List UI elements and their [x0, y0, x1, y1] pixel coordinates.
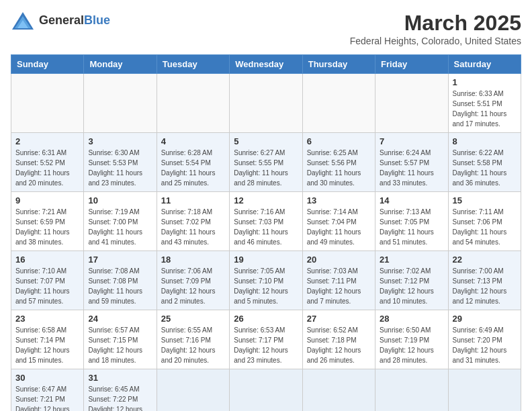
calendar-week-row: 9Sunrise: 7:21 AM Sunset: 6:59 PM Daylig…	[11, 192, 521, 251]
day-number: 3	[88, 136, 152, 146]
calendar-day-cell: 31Sunrise: 6:45 AM Sunset: 7:22 PM Dayli…	[84, 369, 157, 412]
calendar-day-cell: 10Sunrise: 7:19 AM Sunset: 7:00 PM Dayli…	[84, 192, 157, 251]
calendar-day-cell: 8Sunrise: 6:22 AM Sunset: 5:58 PM Daylig…	[448, 133, 521, 192]
day-number: 24	[88, 314, 152, 324]
calendar-day-cell: 11Sunrise: 7:18 AM Sunset: 7:02 PM Dayli…	[157, 192, 229, 251]
calendar-day-cell: 25Sunrise: 6:55 AM Sunset: 7:16 PM Dayli…	[157, 310, 229, 369]
day-number: 22	[453, 255, 517, 265]
calendar-day-cell: 13Sunrise: 7:14 AM Sunset: 7:04 PM Dayli…	[302, 192, 375, 251]
day-number: 4	[161, 136, 225, 146]
day-info: Sunrise: 7:08 AM Sunset: 7:08 PM Dayligh…	[88, 266, 152, 306]
calendar-day-cell: 23Sunrise: 6:58 AM Sunset: 7:14 PM Dayli…	[11, 310, 84, 369]
day-number: 17	[88, 255, 152, 265]
weekday-header-row: SundayMondayTuesdayWednesdayThursdayFrid…	[11, 55, 521, 74]
day-info: Sunrise: 7:03 AM Sunset: 7:11 PM Dayligh…	[307, 266, 371, 306]
calendar-day-cell: 29Sunrise: 6:49 AM Sunset: 7:20 PM Dayli…	[448, 310, 521, 369]
day-info: Sunrise: 6:53 AM Sunset: 7:17 PM Dayligh…	[234, 325, 298, 365]
calendar-day-cell: 20Sunrise: 7:03 AM Sunset: 7:11 PM Dayli…	[302, 251, 375, 310]
calendar-day-cell: 24Sunrise: 6:57 AM Sunset: 7:15 PM Dayli…	[84, 310, 157, 369]
calendar-day-cell: 28Sunrise: 6:50 AM Sunset: 7:19 PM Dayli…	[375, 310, 448, 369]
weekday-header-monday: Monday	[84, 55, 157, 74]
day-info: Sunrise: 6:22 AM Sunset: 5:58 PM Dayligh…	[453, 148, 517, 188]
day-number: 8	[453, 136, 517, 146]
calendar-day-cell: 16Sunrise: 7:10 AM Sunset: 7:07 PM Dayli…	[11, 251, 84, 310]
day-info: Sunrise: 6:45 AM Sunset: 7:22 PM Dayligh…	[88, 384, 152, 411]
calendar-week-row: 2Sunrise: 6:31 AM Sunset: 5:52 PM Daylig…	[11, 133, 521, 192]
day-info: Sunrise: 6:27 AM Sunset: 5:55 PM Dayligh…	[234, 148, 298, 188]
day-number: 23	[15, 314, 79, 324]
calendar-week-row: 30Sunrise: 6:47 AM Sunset: 7:21 PM Dayli…	[11, 369, 521, 412]
day-info: Sunrise: 6:57 AM Sunset: 7:15 PM Dayligh…	[88, 325, 152, 365]
calendar-day-cell: 22Sunrise: 7:00 AM Sunset: 7:13 PM Dayli…	[448, 251, 521, 310]
calendar-day-cell: 30Sunrise: 6:47 AM Sunset: 7:21 PM Dayli…	[11, 369, 84, 412]
day-info: Sunrise: 6:28 AM Sunset: 5:54 PM Dayligh…	[161, 148, 225, 188]
calendar-day-cell: 6Sunrise: 6:25 AM Sunset: 5:56 PM Daylig…	[302, 133, 375, 192]
day-number: 25	[161, 314, 225, 324]
calendar-day-cell: 7Sunrise: 6:24 AM Sunset: 5:57 PM Daylig…	[375, 133, 448, 192]
logo-text: GeneralBlue	[39, 14, 110, 28]
day-number: 16	[15, 255, 79, 265]
day-info: Sunrise: 6:30 AM Sunset: 5:53 PM Dayligh…	[88, 148, 152, 188]
day-info: Sunrise: 6:31 AM Sunset: 5:52 PM Dayligh…	[15, 148, 79, 188]
day-number: 19	[234, 255, 298, 265]
calendar-day-cell: 26Sunrise: 6:53 AM Sunset: 7:17 PM Dayli…	[230, 310, 302, 369]
calendar-day-cell	[157, 369, 229, 412]
day-number: 5	[234, 136, 298, 146]
day-info: Sunrise: 7:21 AM Sunset: 6:59 PM Dayligh…	[15, 207, 79, 247]
calendar-day-cell: 19Sunrise: 7:05 AM Sunset: 7:10 PM Dayli…	[230, 251, 302, 310]
calendar-day-cell	[84, 74, 157, 133]
calendar-week-row: 16Sunrise: 7:10 AM Sunset: 7:07 PM Dayli…	[11, 251, 521, 310]
day-info: Sunrise: 6:52 AM Sunset: 7:18 PM Dayligh…	[307, 325, 371, 365]
day-info: Sunrise: 7:02 AM Sunset: 7:12 PM Dayligh…	[380, 266, 443, 306]
day-info: Sunrise: 7:11 AM Sunset: 7:06 PM Dayligh…	[453, 207, 517, 247]
day-number: 6	[307, 136, 371, 146]
logo: GeneralBlue	[11, 11, 110, 31]
calendar-day-cell: 2Sunrise: 6:31 AM Sunset: 5:52 PM Daylig…	[11, 133, 84, 192]
day-number: 27	[307, 314, 371, 324]
day-info: Sunrise: 6:47 AM Sunset: 7:21 PM Dayligh…	[15, 384, 79, 411]
day-number: 10	[88, 195, 152, 205]
calendar-day-cell: 12Sunrise: 7:16 AM Sunset: 7:03 PM Dayli…	[230, 192, 302, 251]
weekday-header-friday: Friday	[375, 55, 448, 74]
day-number: 1	[453, 77, 517, 87]
page-header: GeneralBlue March 2025 Federal Heights, …	[11, 11, 521, 46]
calendar-day-cell: 9Sunrise: 7:21 AM Sunset: 6:59 PM Daylig…	[11, 192, 84, 251]
weekday-header-wednesday: Wednesday	[230, 55, 302, 74]
day-number: 12	[234, 195, 298, 205]
day-info: Sunrise: 7:13 AM Sunset: 7:05 PM Dayligh…	[380, 207, 443, 247]
day-number: 14	[380, 195, 443, 205]
day-info: Sunrise: 7:14 AM Sunset: 7:04 PM Dayligh…	[307, 207, 371, 247]
day-number: 29	[453, 314, 517, 324]
day-number: 28	[380, 314, 443, 324]
day-info: Sunrise: 7:06 AM Sunset: 7:09 PM Dayligh…	[161, 266, 225, 306]
calendar-day-cell: 5Sunrise: 6:27 AM Sunset: 5:55 PM Daylig…	[230, 133, 302, 192]
day-number: 31	[88, 373, 152, 383]
day-info: Sunrise: 6:33 AM Sunset: 5:51 PM Dayligh…	[453, 89, 517, 129]
day-number: 11	[161, 195, 225, 205]
day-number: 7	[380, 136, 443, 146]
calendar-day-cell: 4Sunrise: 6:28 AM Sunset: 5:54 PM Daylig…	[157, 133, 229, 192]
day-info: Sunrise: 7:05 AM Sunset: 7:10 PM Dayligh…	[234, 266, 298, 306]
calendar-day-cell: 14Sunrise: 7:13 AM Sunset: 7:05 PM Dayli…	[375, 192, 448, 251]
day-info: Sunrise: 7:00 AM Sunset: 7:13 PM Dayligh…	[453, 266, 517, 306]
calendar-day-cell: 18Sunrise: 7:06 AM Sunset: 7:09 PM Dayli…	[157, 251, 229, 310]
calendar-day-cell: 21Sunrise: 7:02 AM Sunset: 7:12 PM Dayli…	[375, 251, 448, 310]
logo-icon	[11, 11, 35, 31]
day-info: Sunrise: 7:16 AM Sunset: 7:03 PM Dayligh…	[234, 207, 298, 247]
day-number: 26	[234, 314, 298, 324]
location-subtitle: Federal Heights, Colorado, United States	[350, 36, 521, 46]
day-info: Sunrise: 6:50 AM Sunset: 7:19 PM Dayligh…	[380, 325, 443, 365]
weekday-header-tuesday: Tuesday	[157, 55, 229, 74]
weekday-header-thursday: Thursday	[302, 55, 375, 74]
calendar-day-cell	[302, 369, 375, 412]
weekday-header-sunday: Sunday	[11, 55, 84, 74]
calendar-week-row: 1Sunrise: 6:33 AM Sunset: 5:51 PM Daylig…	[11, 74, 521, 133]
calendar-day-cell	[448, 369, 521, 412]
calendar-day-cell	[375, 369, 448, 412]
day-info: Sunrise: 6:25 AM Sunset: 5:56 PM Dayligh…	[307, 148, 371, 188]
calendar-day-cell	[11, 74, 84, 133]
calendar-day-cell	[375, 74, 448, 133]
day-info: Sunrise: 7:18 AM Sunset: 7:02 PM Dayligh…	[161, 207, 225, 247]
calendar-day-cell	[302, 74, 375, 133]
day-info: Sunrise: 6:55 AM Sunset: 7:16 PM Dayligh…	[161, 325, 225, 365]
